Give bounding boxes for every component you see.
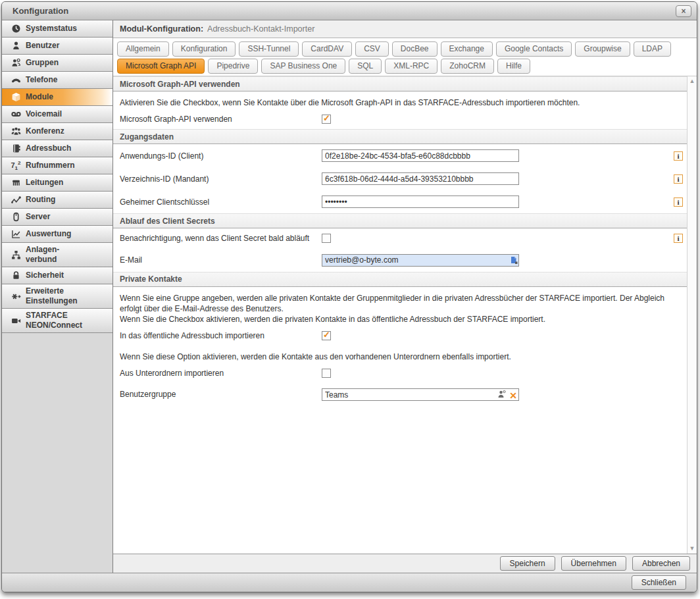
scroll-up-icon[interactable]: ▲ [689,78,695,84]
sidebar-item-gruppen[interactable]: Gruppen [2,55,113,72]
tab-sql[interactable]: SQL [349,59,382,74]
address-lookup-icon[interactable] [510,255,518,267]
sidebar-item-label: Systemstatus [26,24,77,34]
info-icon[interactable]: i [674,174,683,184]
section-header-use-graph-api: Microsoft Graph-API verwenden [113,76,687,91]
title-bar: Konfiguration × [2,2,697,20]
sidebar-item-label: Benutzer [26,41,59,51]
module-config-header: Modul-Konfiguration: Adressbuch-Kontakt-… [113,20,697,38]
tab-konfiguration[interactable]: Konfiguration [172,41,236,57]
sidebar-item-routing[interactable]: Routing [2,192,113,209]
action-button-bar: Speichern Übernehmen Abbrechen [113,554,697,573]
info-icon[interactable]: i [674,197,683,207]
directory-id-label: Verzeichnis-ID (Mandant) [120,174,322,184]
gear-plus-icon [6,292,26,301]
tab-pipedrive[interactable]: Pipedrive [208,59,258,74]
close-icon[interactable]: × [676,5,691,17]
tab-zohocrm[interactable]: ZohoCRM [441,59,494,74]
sidebar-item-label: Routing [26,195,55,205]
camera-icon [6,316,26,326]
email-label: E-Mail [120,255,322,265]
sidebar-item-starface-neon-connect[interactable]: STARFACE NEON/Connect [2,309,113,333]
clear-group-icon[interactable]: ✕ [509,391,517,400]
sidebar-item-label: Konferenz [26,126,64,136]
sidebar-item-konferenz[interactable]: Konferenz [2,123,113,140]
content-scrollbar[interactable]: ▲ ▼ [687,76,697,554]
sidebar-item-rufnummern[interactable]: 712Rufnummern [2,157,113,174]
sidebar-item-systemstatus[interactable]: Systemstatus [2,20,113,38]
notify-expiry-checkbox[interactable] [322,234,331,243]
info-icon[interactable]: i [674,234,683,243]
sidebar-item-sicherheit[interactable]: Sicherheit [2,267,113,284]
window-title: Konfiguration [7,6,68,16]
tab-microsoft-graph-api[interactable]: Microsoft Graph API [117,59,205,74]
section-header-private-contacts: Private Kontakte [113,272,687,287]
tab-ssh-tunnel[interactable]: SSH-Tunnel [239,41,299,57]
subfolder-note: Wenn Sie diese Option aktivieren, werden… [113,346,687,363]
sidebar-item-label: Gruppen [26,58,59,68]
module-config-name: Adressbuch-Kontakt-Importer [207,24,314,34]
chart-icon [6,229,26,239]
window-footer: Schließen [2,573,697,592]
sidebar-item-adressbuch[interactable]: Adressbuch [2,140,113,157]
cancel-button[interactable]: Abbrechen [632,556,690,571]
sidebar-item-label: Sicherheit [26,271,64,280]
form-content: Microsoft Graph-API verwenden Aktivieren… [113,76,687,554]
addressbook-icon [6,143,26,153]
user-group-label: Benutzergruppe [120,390,322,399]
sidebar-item-anlagen-verbund[interactable]: Anlagen- verbund [2,243,113,267]
sidebar-item-module[interactable]: Module [2,89,113,106]
public-import-label: In das öffentliche Adressbuch importiere… [120,331,322,340]
sidebar-item-label: Module [26,92,53,102]
tab-docbee[interactable]: DocBee [392,41,438,57]
use-graph-api-label: Microsoft Graph-API verwenden [120,115,322,124]
user-group-field[interactable] [322,388,519,401]
close-window-button[interactable]: Schließen [632,575,686,590]
phone-icon [6,75,26,85]
info-icon[interactable]: i [674,151,683,161]
network-icon [6,250,26,260]
client-secret-field[interactable] [322,195,519,208]
tab-csv[interactable]: CSV [355,41,389,57]
use-graph-api-checkbox[interactable] [322,115,331,124]
clock-icon [6,24,26,34]
group-picker-icon[interactable] [497,390,507,402]
subfolder-import-label: Aus Unterordnern importieren [120,369,322,378]
numbers-icon: 712 [6,161,26,171]
sidebar-item-telefone[interactable]: Telefone [2,72,113,89]
scroll-down-icon[interactable]: ▼ [689,546,695,552]
tab-hilfe[interactable]: Hilfe [497,59,530,74]
section-header-secret-expiry: Ablauf des Client Secrets [113,213,687,228]
sidebar-item-label: Telefone [26,75,57,85]
sidebar-item-leitungen[interactable]: Leitungen [2,174,113,192]
routing-icon [6,195,26,205]
tab-xml-rpc[interactable]: XML-RPC [385,59,438,74]
sidebar-item-auswertung[interactable]: Auswertung [2,226,113,243]
save-button[interactable]: Speichern [500,556,555,571]
apply-button[interactable]: Übernehmen [561,556,626,571]
server-icon [6,212,26,222]
sidebar-item-label: Voicemail [26,109,62,119]
subfolder-import-checkbox[interactable] [322,369,331,378]
tab-sap-business-one[interactable]: SAP Business One [261,59,345,74]
tab-google-contacts[interactable]: Google Contacts [496,41,572,57]
public-import-checkbox[interactable] [322,331,331,340]
tab-exchange[interactable]: Exchange [441,41,493,57]
tab-ldap[interactable]: LDAP [634,41,671,57]
tab-row-2: Microsoft Graph APIPipedriveSAP Business… [117,59,693,74]
configuration-window: Konfiguration × SystemstatusBenutzerGrup… [1,1,697,592]
sidebar-item-label: Anlagen- verbund [26,245,59,265]
tab-carddav[interactable]: CardDAV [302,41,352,57]
email-field[interactable] [322,254,519,267]
lines-icon [6,178,26,188]
users-icon [6,58,26,68]
sidebar-item-benutzer[interactable]: Benutzer [2,38,113,55]
tab-allgemein[interactable]: Allgemein [117,41,169,57]
tab-groupwise[interactable]: Groupwise [575,41,630,57]
directory-id-field[interactable] [322,172,519,185]
application-id-field[interactable] [322,149,519,162]
sidebar-item-voicemail[interactable]: Voicemail [2,106,113,123]
sidebar-item-erweiterte-einstellungen[interactable]: Erweiterte Einstellungen [2,284,113,309]
lock-icon [6,271,26,280]
sidebar-item-server[interactable]: Server [2,209,113,226]
